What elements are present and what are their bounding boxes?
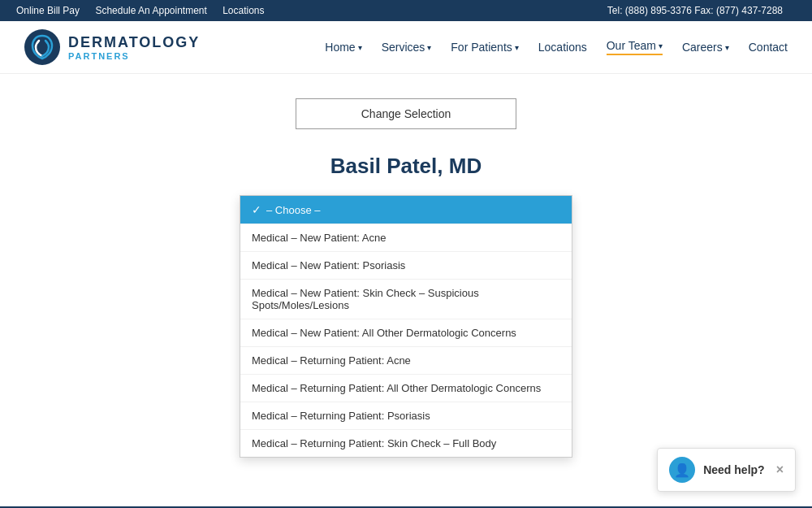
dropdown-item-new-psoriasis[interactable]: Medical – New Patient: Psoriasis — [240, 252, 572, 280]
our-team-chevron-icon: ▾ — [659, 41, 663, 50]
dropdown-item-new-skin-check[interactable]: Medical – New Patient: Skin Check – Susp… — [240, 280, 572, 319]
careers-chevron-icon: ▾ — [725, 43, 729, 52]
schedule-appointment-link[interactable]: Schedule An Appointment — [95, 5, 206, 16]
dropdown-item-new-other[interactable]: Medical – New Patient: All Other Dermato… — [240, 319, 572, 347]
online-bill-pay-link[interactable]: Online Bill Pay — [16, 5, 80, 16]
nav-for-patients[interactable]: For Patients ▾ — [451, 41, 518, 54]
content-area: Change Selection Basil Patel, MD ✓ – Cho… — [0, 74, 812, 506]
logo-icon — [24, 29, 60, 65]
services-chevron-icon: ▾ — [427, 43, 431, 52]
utility-bar-contact: Tel: (888) 895-3376 Fax: (877) 437-7288 — [607, 5, 783, 16]
logo-text-bottom: PARTNERS — [68, 51, 200, 61]
nav-careers[interactable]: Careers ▾ — [682, 41, 729, 54]
nav-home[interactable]: Home ▾ — [325, 41, 361, 54]
appointment-type-dropdown[interactable]: ✓ – Choose – Medical – New Patient: Acne… — [240, 195, 572, 458]
utility-bar: Online Bill Pay Schedule An Appointment … — [0, 0, 812, 21]
doctor-name: Basil Patel, MD — [330, 154, 482, 179]
dropdown-item-new-acne[interactable]: Medical – New Patient: Acne — [240, 224, 572, 252]
dropdown-item-returning-acne[interactable]: Medical – Returning Patient: Acne — [240, 347, 572, 375]
change-selection-button[interactable]: Change Selection — [296, 98, 517, 129]
chat-widget[interactable]: 👤 Need help? × — [657, 448, 796, 492]
dropdown-item-returning-skin-check[interactable]: Medical – Returning Patient: Skin Check … — [240, 430, 572, 457]
logo-text-top: DERMATOLOGY — [68, 34, 200, 51]
chat-close-icon[interactable]: × — [776, 462, 784, 477]
nav-contact[interactable]: Contact — [749, 41, 788, 54]
svg-point-0 — [24, 29, 60, 65]
nav-services[interactable]: Services ▾ — [382, 41, 432, 54]
nav-locations[interactable]: Locations — [538, 41, 587, 54]
checkmark-icon: ✓ — [252, 203, 261, 216]
chat-label: Need help? — [703, 463, 764, 476]
locations-top-link[interactable]: Locations — [222, 5, 264, 16]
utility-bar-left: Online Bill Pay Schedule An Appointment … — [16, 5, 265, 16]
home-chevron-icon: ▾ — [358, 43, 362, 52]
main-nav: DERMATOLOGY PARTNERS Home ▾ Services ▾ F… — [0, 21, 812, 74]
nav-our-team[interactable]: Our Team ▾ — [607, 39, 663, 55]
logo: DERMATOLOGY PARTNERS — [24, 29, 200, 65]
for-patients-chevron-icon: ▾ — [515, 43, 519, 52]
chat-avatar-icon: 👤 — [669, 457, 695, 483]
dropdown-item-returning-other[interactable]: Medical – Returning Patient: All Other D… — [240, 375, 572, 402]
dropdown-item-returning-psoriasis[interactable]: Medical – Returning Patient: Psoriasis — [240, 402, 572, 430]
nav-links: Home ▾ Services ▾ For Patients ▾ Locatio… — [325, 39, 788, 55]
dropdown-item-choose[interactable]: ✓ – Choose – — [240, 196, 572, 224]
